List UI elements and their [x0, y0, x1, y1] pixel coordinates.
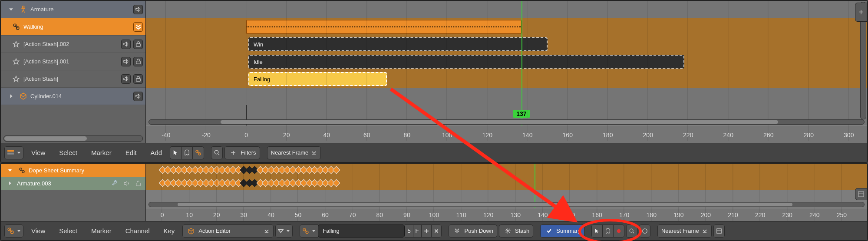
lock-icon[interactable]: [133, 57, 143, 66]
snap-label: Nearest Frame: [661, 228, 699, 234]
nla-header: View Select Marker Edit Add: [1, 143, 867, 162]
snap-dropdown[interactable]: Nearest Frame: [657, 224, 712, 238]
double-chevron-down-icon[interactable]: [133, 22, 143, 32]
nla-track-stash-002[interactable]: [Action Stash].002: [1, 36, 145, 53]
nla-clip-falling[interactable]: Falling: [248, 72, 387, 86]
lock-open-icon[interactable]: [133, 178, 143, 188]
speaker-icon[interactable]: [121, 74, 131, 84]
lock-icon[interactable]: [133, 74, 143, 84]
svg-point-19: [617, 229, 621, 233]
check-icon: [544, 226, 554, 236]
dope-row-armature-003[interactable]: Armature.003: [1, 177, 145, 190]
nla-clip-idle[interactable]: Idle: [248, 55, 684, 69]
mode-dropdown[interactable]: Action Editor: [182, 224, 274, 238]
track-label: [Action Stash]: [23, 76, 119, 82]
record-icon[interactable]: [613, 224, 624, 238]
search-icon[interactable]: [626, 224, 637, 238]
menu-edit[interactable]: Edit: [119, 149, 143, 156]
disclosure-down-icon[interactable]: [6, 5, 16, 14]
track-label: Cylinder.014: [30, 93, 131, 99]
menu-view[interactable]: View: [25, 227, 51, 234]
action-name-field[interactable]: Falling: [318, 224, 405, 238]
nla-track-armature[interactable]: Armature: [1, 1, 145, 18]
users-count[interactable]: 5: [405, 224, 413, 238]
cursor-icon[interactable]: [170, 146, 181, 159]
snap-dropdown[interactable]: Nearest Frame: [267, 146, 321, 159]
svg-rect-7: [7, 153, 14, 155]
menu-add[interactable]: Add: [144, 149, 168, 156]
sidebar-toggle-plus[interactable]: +: [855, 3, 867, 22]
menu-marker[interactable]: Marker: [85, 149, 118, 156]
summary-toggle[interactable]: Summary: [540, 224, 584, 238]
disclosure-right-icon[interactable]: [6, 92, 16, 101]
disclosure-down-icon[interactable]: [5, 165, 15, 175]
star-icon[interactable]: [11, 40, 21, 49]
dope-ruler[interactable]: 0102030405060708090100110120130140150160…: [146, 208, 867, 221]
search-icon[interactable]: [211, 146, 223, 159]
nla-track-walking[interactable]: Walking: [1, 18, 145, 36]
dope-hscrollbar[interactable]: [149, 202, 865, 207]
filters-button[interactable]: Filters: [224, 146, 260, 159]
editor-type-dope-icon[interactable]: [4, 224, 23, 238]
cursor-icon[interactable]: [591, 224, 602, 238]
speaker-icon[interactable]: [133, 92, 143, 101]
action-browse-icon[interactable]: [300, 224, 318, 238]
nla-track-stash[interactable]: [Action Stash]: [1, 70, 145, 88]
unlink-action-icon[interactable]: [431, 224, 442, 238]
speaker-icon[interactable]: [121, 57, 131, 66]
props-tab-icon[interactable]: [855, 188, 867, 200]
svg-rect-6: [7, 150, 14, 152]
star-icon[interactable]: [11, 57, 21, 66]
nla-hscrollbar[interactable]: [149, 119, 865, 125]
lock-icon[interactable]: [133, 40, 143, 49]
nla-track-cylinder[interactable]: Cylinder.014: [1, 88, 145, 105]
menu-channel[interactable]: Channel: [119, 227, 156, 234]
action-icon: [17, 165, 26, 175]
nla-clip-win[interactable]: Win: [248, 37, 548, 51]
speaker-icon[interactable]: [122, 178, 131, 188]
menu-select[interactable]: Select: [53, 149, 83, 156]
clip-label: Idle: [254, 59, 263, 65]
stash-button[interactable]: Stash: [499, 224, 533, 238]
menu-marker[interactable]: Marker: [85, 227, 118, 234]
speaker-icon[interactable]: [121, 40, 131, 49]
filter-circle-icon[interactable]: [639, 224, 650, 238]
mesh-icon: [18, 92, 28, 101]
push-down-button[interactable]: Push Down: [449, 224, 497, 238]
track-label: [Action Stash].001: [23, 58, 119, 65]
svg-rect-22: [716, 228, 721, 233]
svg-rect-4: [136, 61, 140, 64]
svg-rect-5: [136, 79, 140, 82]
snap-label: Nearest Frame: [271, 149, 309, 156]
armature-icon: [18, 5, 28, 14]
new-action-icon[interactable]: [421, 224, 431, 238]
star-icon[interactable]: [11, 74, 21, 84]
speaker-icon[interactable]: [133, 5, 143, 14]
ghost-icon[interactable]: [602, 224, 613, 238]
editor-type-nla-icon[interactable]: [4, 146, 23, 159]
ghost-icon[interactable]: [181, 146, 192, 159]
fake-user-toggle[interactable]: F: [413, 224, 421, 238]
action-link-icon[interactable]: [192, 146, 204, 159]
sidebar-hscrollbar[interactable]: [3, 135, 143, 142]
wrench-icon[interactable]: [110, 178, 119, 188]
svg-rect-14: [858, 191, 864, 197]
disclosure-right-icon[interactable]: [5, 178, 15, 188]
track-label: Walking: [23, 23, 131, 30]
box-icon: [186, 226, 196, 236]
dope-row-summary[interactable]: Dope Sheet Summary: [1, 164, 145, 177]
clip-label: Win: [254, 41, 263, 48]
row-label: Armature.003: [17, 180, 108, 187]
props-toggle-icon[interactable]: [713, 224, 725, 238]
summary-label: Summary: [556, 228, 581, 234]
action-icon: [11, 22, 21, 32]
menu-view[interactable]: View: [25, 149, 51, 156]
nla-ruler[interactable]: -40-200204060801001201401601802002202402…: [146, 126, 867, 143]
svg-point-21: [643, 228, 647, 233]
layers-dropdown-icon[interactable]: [275, 224, 293, 238]
menu-key[interactable]: Key: [158, 227, 181, 234]
menu-select[interactable]: Select: [53, 227, 83, 234]
nla-track-stash-001[interactable]: [Action Stash].001: [1, 53, 145, 70]
clip-label: Falling: [254, 76, 270, 83]
dope-header: View Select Marker Channel Key Action Ed…: [1, 221, 867, 240]
